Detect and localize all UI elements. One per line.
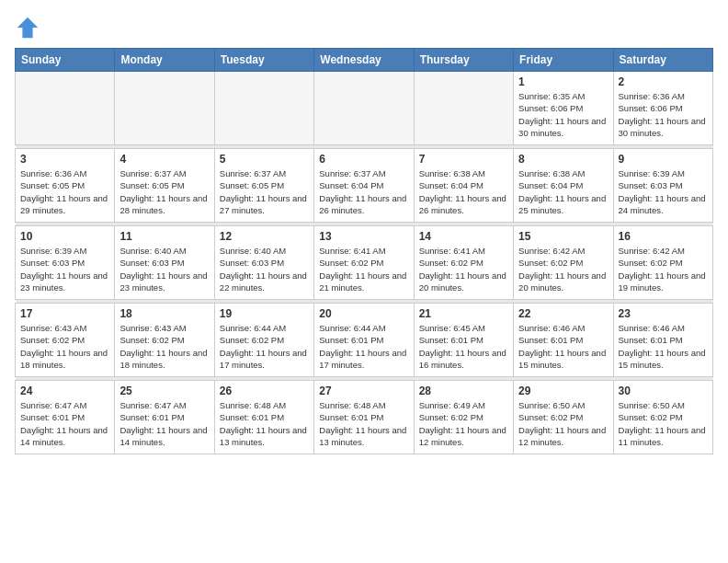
day-info: Sunrise: 6:36 AM Sunset: 6:05 PM Dayligh… [20, 167, 109, 216]
svg-marker-0 [17, 17, 38, 38]
calendar-week-row: 17Sunrise: 6:43 AM Sunset: 6:02 PM Dayli… [16, 304, 713, 377]
calendar-cell: 7Sunrise: 6:38 AM Sunset: 6:04 PM Daylig… [414, 149, 513, 223]
day-number: 15 [518, 230, 608, 243]
calendar-cell: 20Sunrise: 6:44 AM Sunset: 6:01 PM Dayli… [314, 304, 414, 377]
calendar-cell: 13Sunrise: 6:41 AM Sunset: 6:02 PM Dayli… [314, 226, 414, 300]
calendar-cell: 18Sunrise: 6:43 AM Sunset: 6:02 PM Dayli… [115, 304, 214, 377]
day-info: Sunrise: 6:38 AM Sunset: 6:04 PM Dayligh… [419, 167, 508, 216]
day-number: 21 [419, 307, 508, 320]
day-info: Sunrise: 6:48 AM Sunset: 6:01 PM Dayligh… [319, 399, 408, 448]
day-number: 26 [220, 385, 309, 397]
calendar-table: SundayMondayTuesdayWednesdayThursdayFrid… [15, 48, 713, 454]
weekday-header: Wednesday [314, 49, 414, 72]
day-number: 4 [119, 153, 209, 166]
calendar-cell: 17Sunrise: 6:43 AM Sunset: 6:02 PM Dayli… [16, 304, 115, 377]
day-info: Sunrise: 6:38 AM Sunset: 6:04 PM Dayligh… [518, 167, 608, 216]
calendar-cell: 22Sunrise: 6:46 AM Sunset: 6:01 PM Dayli… [514, 304, 613, 377]
calendar-cell: 24Sunrise: 6:47 AM Sunset: 6:01 PM Dayli… [16, 381, 115, 454]
day-number: 6 [319, 153, 408, 166]
day-number: 8 [518, 153, 608, 166]
day-number: 17 [20, 307, 109, 320]
day-info: Sunrise: 6:45 AM Sunset: 6:01 PM Dayligh… [419, 322, 508, 371]
day-number: 9 [619, 153, 708, 166]
calendar-cell [414, 72, 513, 145]
day-number: 27 [319, 385, 408, 397]
weekday-header: Friday [514, 49, 613, 72]
calendar-cell: 19Sunrise: 6:44 AM Sunset: 6:02 PM Dayli… [214, 304, 313, 377]
calendar-cell: 30Sunrise: 6:50 AM Sunset: 6:02 PM Dayli… [613, 381, 712, 454]
calendar-cell: 8Sunrise: 6:38 AM Sunset: 6:04 PM Daylig… [514, 149, 613, 223]
calendar-week-row: 10Sunrise: 6:39 AM Sunset: 6:03 PM Dayli… [16, 226, 713, 300]
day-number: 22 [518, 307, 608, 320]
day-info: Sunrise: 6:39 AM Sunset: 6:03 PM Dayligh… [619, 167, 708, 216]
day-info: Sunrise: 6:39 AM Sunset: 6:03 PM Dayligh… [20, 245, 109, 293]
calendar-cell: 5Sunrise: 6:37 AM Sunset: 6:05 PM Daylig… [214, 149, 313, 223]
calendar-cell: 25Sunrise: 6:47 AM Sunset: 6:01 PM Dayli… [115, 381, 214, 454]
day-number: 25 [119, 385, 209, 397]
calendar-week-row: 24Sunrise: 6:47 AM Sunset: 6:01 PM Dayli… [16, 381, 713, 454]
day-number: 30 [619, 385, 708, 397]
day-info: Sunrise: 6:47 AM Sunset: 6:01 PM Dayligh… [20, 399, 109, 448]
day-info: Sunrise: 6:50 AM Sunset: 6:02 PM Dayligh… [518, 399, 608, 448]
calendar-cell: 16Sunrise: 6:42 AM Sunset: 6:02 PM Dayli… [613, 226, 712, 300]
day-info: Sunrise: 6:37 AM Sunset: 6:04 PM Dayligh… [319, 167, 408, 216]
calendar-cell: 6Sunrise: 6:37 AM Sunset: 6:04 PM Daylig… [314, 149, 414, 223]
calendar-week-row: 1Sunrise: 6:35 AM Sunset: 6:06 PM Daylig… [16, 72, 713, 145]
day-number: 24 [20, 385, 109, 397]
day-number: 11 [119, 230, 209, 243]
calendar-week-row: 3Sunrise: 6:36 AM Sunset: 6:05 PM Daylig… [16, 149, 713, 223]
calendar-cell: 21Sunrise: 6:45 AM Sunset: 6:01 PM Dayli… [414, 304, 513, 377]
calendar-cell: 9Sunrise: 6:39 AM Sunset: 6:03 PM Daylig… [613, 149, 712, 223]
calendar-cell [115, 72, 214, 145]
day-number: 2 [619, 75, 708, 88]
calendar-cell: 10Sunrise: 6:39 AM Sunset: 6:03 PM Dayli… [16, 226, 115, 300]
calendar-cell: 2Sunrise: 6:36 AM Sunset: 6:06 PM Daylig… [613, 72, 712, 145]
weekday-header: Tuesday [214, 49, 313, 72]
day-info: Sunrise: 6:42 AM Sunset: 6:02 PM Dayligh… [518, 245, 608, 293]
day-info: Sunrise: 6:37 AM Sunset: 6:05 PM Dayligh… [220, 167, 309, 216]
day-number: 1 [518, 75, 608, 88]
logo [15, 15, 42, 40]
day-info: Sunrise: 6:50 AM Sunset: 6:02 PM Dayligh… [619, 399, 708, 448]
calendar-cell: 27Sunrise: 6:48 AM Sunset: 6:01 PM Dayli… [314, 381, 414, 454]
calendar-header-row: SundayMondayTuesdayWednesdayThursdayFrid… [16, 49, 713, 72]
day-number: 18 [119, 307, 209, 320]
calendar-cell: 29Sunrise: 6:50 AM Sunset: 6:02 PM Dayli… [514, 381, 613, 454]
day-number: 19 [220, 307, 309, 320]
day-number: 16 [619, 230, 708, 243]
day-number: 20 [319, 307, 408, 320]
calendar-cell: 28Sunrise: 6:49 AM Sunset: 6:02 PM Dayli… [414, 381, 513, 454]
day-info: Sunrise: 6:47 AM Sunset: 6:01 PM Dayligh… [119, 399, 209, 448]
page-header [15, 15, 713, 40]
day-number: 12 [220, 230, 309, 243]
day-number: 7 [419, 153, 508, 166]
day-number: 28 [419, 385, 508, 397]
calendar-cell: 11Sunrise: 6:40 AM Sunset: 6:03 PM Dayli… [115, 226, 214, 300]
weekday-header: Thursday [414, 49, 513, 72]
calendar-cell: 14Sunrise: 6:41 AM Sunset: 6:02 PM Dayli… [414, 226, 513, 300]
day-info: Sunrise: 6:35 AM Sunset: 6:06 PM Dayligh… [518, 90, 608, 139]
calendar-cell: 12Sunrise: 6:40 AM Sunset: 6:03 PM Dayli… [214, 226, 313, 300]
day-number: 23 [619, 307, 708, 320]
calendar-cell: 26Sunrise: 6:48 AM Sunset: 6:01 PM Dayli… [214, 381, 313, 454]
calendar-cell: 15Sunrise: 6:42 AM Sunset: 6:02 PM Dayli… [514, 226, 613, 300]
day-number: 5 [220, 153, 309, 166]
day-info: Sunrise: 6:49 AM Sunset: 6:02 PM Dayligh… [419, 399, 508, 448]
day-number: 29 [518, 385, 608, 397]
day-info: Sunrise: 6:40 AM Sunset: 6:03 PM Dayligh… [220, 245, 309, 293]
calendar-cell: 4Sunrise: 6:37 AM Sunset: 6:05 PM Daylig… [115, 149, 214, 223]
calendar-cell: 1Sunrise: 6:35 AM Sunset: 6:06 PM Daylig… [514, 72, 613, 145]
day-info: Sunrise: 6:48 AM Sunset: 6:01 PM Dayligh… [220, 399, 309, 448]
calendar-cell: 3Sunrise: 6:36 AM Sunset: 6:05 PM Daylig… [16, 149, 115, 223]
calendar-cell [214, 72, 313, 145]
calendar-cell [314, 72, 414, 145]
weekday-header: Monday [115, 49, 214, 72]
weekday-header: Saturday [613, 49, 712, 72]
calendar-cell: 23Sunrise: 6:46 AM Sunset: 6:01 PM Dayli… [613, 304, 712, 377]
day-number: 14 [419, 230, 508, 243]
day-number: 3 [20, 153, 109, 166]
logo-icon [15, 15, 40, 40]
day-info: Sunrise: 6:43 AM Sunset: 6:02 PM Dayligh… [119, 322, 209, 371]
calendar-cell [16, 72, 115, 145]
weekday-header: Sunday [16, 49, 115, 72]
